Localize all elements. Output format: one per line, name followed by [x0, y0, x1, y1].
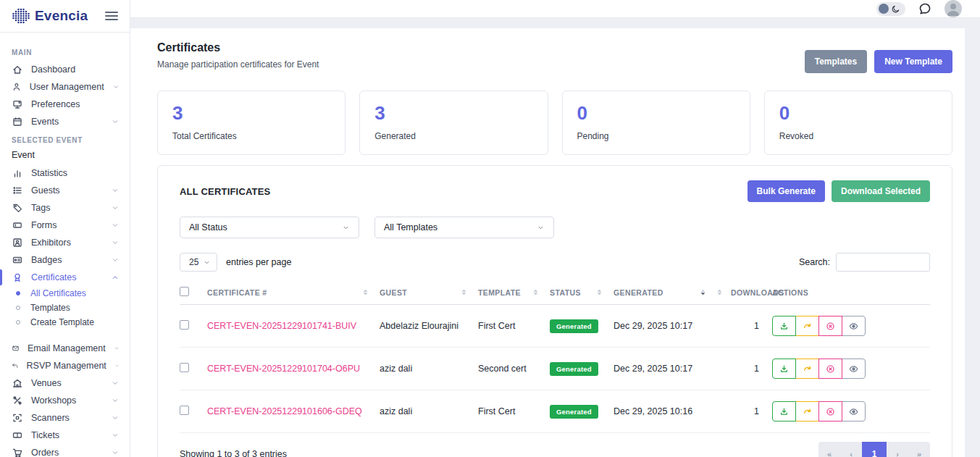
- filters-row: All Status All Templates: [180, 217, 930, 238]
- brand-logo-icon: [12, 7, 30, 25]
- row-checkbox[interactable]: [180, 363, 189, 372]
- chevron-down-icon: [342, 224, 350, 232]
- chevron-down-icon: [111, 256, 120, 264]
- view-button[interactable]: [842, 401, 866, 422]
- search-label: Search:: [799, 257, 830, 267]
- bulk-generate-button[interactable]: Bulk Generate: [747, 180, 825, 202]
- sidebar-item-guests[interactable]: Guests: [0, 182, 130, 199]
- sidebar-item-dashboard[interactable]: Dashboard: [0, 61, 130, 78]
- download-button[interactable]: [772, 401, 796, 422]
- regenerate-icon: [802, 321, 813, 332]
- chat-icon[interactable]: [918, 1, 932, 16]
- main-column: Certificates Manage participation certif…: [130, 0, 980, 457]
- sidebar-item-statistics[interactable]: Statistics: [0, 164, 130, 182]
- row-actions: [772, 401, 866, 422]
- revoke-button[interactable]: [818, 316, 842, 336]
- stat-value: 3: [172, 102, 330, 125]
- column-header-guest[interactable]: GUEST: [380, 280, 478, 305]
- theme-toggle[interactable]: [876, 2, 905, 16]
- status-filter-value: All Status: [189, 222, 342, 232]
- stat-card-generated: 3 Generated: [359, 91, 548, 155]
- template-filter-select[interactable]: All Templates: [374, 217, 554, 238]
- row-checkbox[interactable]: [180, 320, 189, 330]
- page-actions: Templates New Template: [805, 50, 952, 73]
- sidebar-item-rsvp-management[interactable]: RSVP Management: [0, 357, 130, 374]
- home-icon: [12, 64, 23, 75]
- certificate-number-link[interactable]: CERT-EVEN-20251229101606-GDEQ: [207, 406, 362, 416]
- page-header: Certificates Manage participation certif…: [157, 41, 952, 73]
- stats-row: 3 Total Certificates3 Generated0 Pending…: [157, 91, 952, 155]
- certificates-card-title: ALL CERTIFICATES: [180, 186, 271, 197]
- showing-entries-text: Showing 1 to 3 of 3 entries: [180, 449, 287, 457]
- status-filter-select[interactable]: All Status: [180, 217, 359, 238]
- pagination: «‹1›»: [818, 442, 930, 457]
- regenerate-icon: [802, 406, 813, 417]
- content-area: Certificates Manage participation certif…: [130, 18, 980, 457]
- column-header-generated[interactable]: GENERATED: [613, 280, 717, 305]
- row-checkbox[interactable]: [180, 406, 189, 415]
- page-size-select[interactable]: 25: [180, 253, 217, 272]
- tag-icon: [12, 202, 23, 214]
- download-selected-button[interactable]: Download Selected: [832, 180, 930, 202]
- sidebar-item-user-management[interactable]: User Management: [0, 78, 130, 96]
- sidebar-item-exhibitors[interactable]: Exhibitors: [0, 234, 130, 251]
- view-icon: [848, 406, 859, 417]
- chevron-down-icon: [111, 117, 120, 126]
- revoke-button[interactable]: [818, 401, 842, 422]
- sidebar-subitem-templates[interactable]: Templates: [0, 301, 130, 315]
- tools-icon: [12, 395, 23, 406]
- sidebar-item-label: Exhibitors: [31, 238, 103, 248]
- download-button[interactable]: [772, 316, 796, 336]
- sidebar-item-label: RSVP Management: [27, 361, 106, 371]
- row-actions: [772, 316, 866, 336]
- regenerate-button[interactable]: [795, 316, 819, 336]
- page-title: Certificates: [157, 41, 319, 54]
- column-header-status[interactable]: STATUS: [550, 280, 613, 305]
- user-icon: [12, 81, 22, 93]
- sidebar-item-label: Tickets: [31, 430, 103, 440]
- sidebar-subitem-create-template[interactable]: Create Template: [0, 315, 130, 330]
- sidebar-toggle-icon[interactable]: [105, 9, 118, 22]
- certificate-number-link[interactable]: CERT-EVEN-20251229101704-O6PU: [207, 364, 360, 374]
- column-header-cert[interactable]: CERTIFICATE #: [207, 280, 380, 305]
- sidebar-item-preferences[interactable]: Preferences: [0, 96, 130, 113]
- generated-cell: Dec 29, 2025 10:17: [613, 348, 717, 390]
- first-page-button[interactable]: «: [818, 442, 840, 457]
- column-header-downloads[interactable]: DOWNLOADS: [717, 280, 772, 305]
- templates-button[interactable]: Templates: [805, 50, 867, 73]
- regenerate-button[interactable]: [795, 401, 819, 422]
- sidebar-item-forms[interactable]: Forms: [0, 217, 130, 234]
- sidebar-item-scanners[interactable]: Scanners: [0, 409, 130, 427]
- select-all-checkbox[interactable]: [180, 287, 189, 296]
- regenerate-button[interactable]: [795, 359, 819, 379]
- prev-page-button[interactable]: ‹: [840, 442, 862, 457]
- sidebar-item-workshops[interactable]: Workshops: [0, 392, 130, 409]
- sidebar-item-events[interactable]: Events: [0, 113, 130, 130]
- revoke-button[interactable]: [818, 359, 842, 379]
- sidebar-item-certificates[interactable]: Certificates: [0, 269, 130, 286]
- sidebar-item-email-management[interactable]: Email Management: [0, 340, 130, 357]
- sidebar-item-tags[interactable]: Tags: [0, 199, 130, 217]
- sidebar-subitem-all-certificates[interactable]: All Certificates: [0, 286, 130, 301]
- page-number-button[interactable]: 1: [862, 442, 887, 457]
- search-input[interactable]: [836, 253, 930, 272]
- download-button[interactable]: [772, 359, 796, 379]
- status-badge: Generated: [550, 405, 598, 419]
- user-avatar[interactable]: [945, 0, 962, 17]
- chevron-down-icon: [111, 186, 120, 195]
- certificate-number-link[interactable]: CERT-EVEN-20251229101741-BUIV: [207, 321, 356, 331]
- next-page-button[interactable]: ›: [887, 442, 908, 457]
- new-template-button[interactable]: New Template: [874, 50, 952, 73]
- sidebar-item-label: Certificates: [31, 272, 103, 282]
- last-page-button[interactable]: »: [908, 442, 930, 457]
- download-icon: [779, 364, 790, 374]
- sidebar-item-tickets[interactable]: Tickets: [0, 427, 130, 444]
- column-header-template[interactable]: TEMPLATE: [478, 280, 550, 305]
- sidebar-item-badges[interactable]: Badges: [0, 251, 130, 269]
- sidebar-item-orders[interactable]: Orders: [0, 444, 130, 457]
- sidebar-item-venues[interactable]: Venues: [0, 374, 130, 392]
- column-header-actions: ACTIONS: [772, 280, 930, 305]
- view-button[interactable]: [842, 359, 866, 379]
- view-button[interactable]: [842, 316, 866, 336]
- certificates-card-actions: Bulk Generate Download Selected: [747, 180, 930, 202]
